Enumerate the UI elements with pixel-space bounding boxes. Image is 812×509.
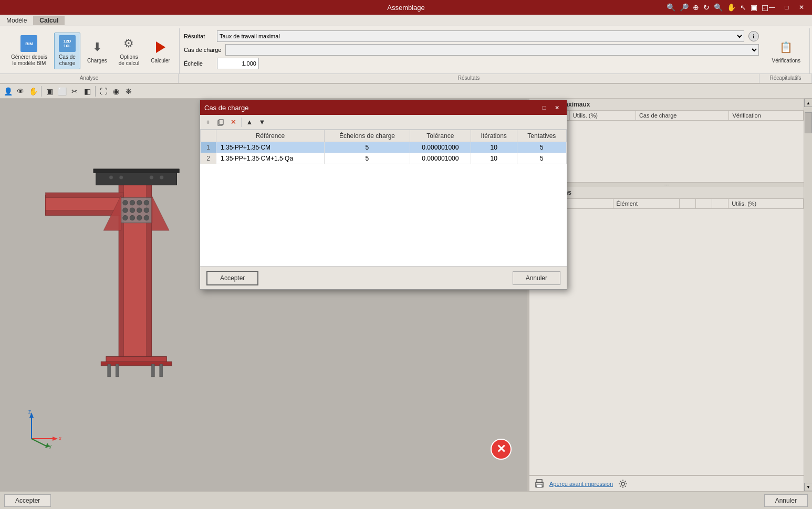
verifications-icon: 📋	[778, 39, 795, 56]
col-iterations: Itérations	[471, 130, 517, 142]
scroll-track[interactable]	[804, 107, 812, 483]
dialog-close-button[interactable]: ✕	[551, 103, 563, 112]
scrollbar[interactable]: ▲ ▼	[804, 99, 812, 491]
layers-icon[interactable]: ◧	[81, 86, 93, 97]
row-echelons: 5	[324, 153, 410, 164]
ribbon-group-labels: Analyse Résultats Récapitulatifs	[0, 73, 812, 83]
box-icon[interactable]: ▣	[44, 86, 55, 97]
verifications-button[interactable]: 📋 Vérifications	[767, 33, 805, 69]
dialog-annuler-button[interactable]: Annuler	[513, 271, 560, 285]
add-button[interactable]: +	[202, 116, 214, 128]
menu-bar: Modèle Calcul	[0, 15, 812, 26]
row-num: 1	[201, 142, 216, 153]
maximize-button[interactable]: □	[780, 2, 793, 13]
menu-modele[interactable]: Modèle	[0, 16, 33, 25]
row-echelons: 5	[324, 142, 410, 153]
dialog-maximize-button[interactable]: □	[538, 103, 550, 112]
svg-point-13	[137, 208, 142, 213]
svg-point-10	[144, 200, 149, 205]
svg-point-14	[144, 208, 149, 213]
row-iterations: 10	[471, 153, 517, 164]
bottom-annuler-button[interactable]: Annuler	[764, 494, 808, 507]
toolbar-icon-9[interactable]: ◰	[760, 3, 770, 12]
toolbar-icon-3[interactable]: ⊕	[691, 3, 701, 12]
svg-rect-44	[537, 484, 542, 487]
toolbar-icon-1[interactable]: 🔍	[665, 3, 677, 12]
col-reference: Référence	[216, 130, 325, 142]
box2-icon[interactable]: ⬜	[56, 86, 68, 97]
cas-charge-select[interactable]	[225, 44, 758, 56]
toolbar-icon-6[interactable]: ✋	[725, 3, 737, 12]
verif-col-utilis: Utilis. (%)	[728, 199, 804, 209]
close-button[interactable]: ✕	[795, 2, 808, 13]
scroll-down-arrow[interactable]: ▼	[804, 483, 812, 491]
toolbar-icon-5[interactable]: 🔍	[712, 3, 724, 12]
svg-point-18	[144, 215, 149, 220]
travaux-header: Travaux maximaux	[529, 99, 804, 111]
svg-rect-31	[151, 364, 154, 377]
error-icon[interactable]: ✕	[491, 439, 512, 460]
toolbar-icon-7[interactable]: ↖	[738, 3, 748, 12]
table-row[interactable]: 1 1.35·PP+1.35·CM 5 0.000001000 10 5	[201, 142, 567, 153]
options-icon: ⚙	[120, 35, 137, 52]
scroll-thumb[interactable]	[805, 112, 812, 133]
svg-point-11	[123, 208, 128, 213]
charges-button[interactable]: ⬇ Charges	[82, 33, 112, 69]
axis-indicator: x z y	[21, 407, 63, 449]
svg-line-39	[32, 439, 47, 447]
resultats-group-label: Résultats	[179, 74, 759, 83]
hand-icon[interactable]: ✋	[27, 86, 39, 97]
group-icon[interactable]: ❋	[123, 86, 134, 97]
resultat-select[interactable]: Taux de travail maximal	[217, 30, 744, 42]
options-button[interactable]: ⚙ Optionsde calcul	[114, 33, 144, 69]
generer-bim-button[interactable]: BIM Générer depuisle modèle BIM	[6, 33, 52, 69]
menu-calcul[interactable]: Calcul	[33, 16, 65, 25]
recapitulatifs-group-label: Récapitulatifs	[759, 74, 812, 83]
eye2-icon[interactable]: ◉	[110, 86, 122, 97]
svg-point-8	[130, 200, 135, 205]
move-down-button[interactable]: ▼	[256, 116, 268, 128]
scissors-icon[interactable]: ✂	[69, 86, 80, 97]
row-tentatives: 5	[517, 153, 566, 164]
cas-charge-button[interactable]: 12D16L Cas decharge	[54, 33, 80, 69]
ribbon-group-recapitulatifs: 📋 Vérifications	[763, 28, 810, 73]
print-icon[interactable]	[534, 478, 545, 490]
verifications-header: Vérifications	[529, 187, 804, 199]
settings-icon[interactable]	[617, 478, 629, 490]
svg-point-16	[130, 215, 135, 220]
resultat-info-button[interactable]: ℹ	[748, 31, 759, 41]
move-up-button[interactable]: ▲	[244, 116, 255, 128]
dialog-accepter-button[interactable]: Accepter	[206, 271, 258, 285]
col-tolerance: Tolérance	[410, 130, 471, 142]
print-preview-label[interactable]: Aperçu avant impression	[549, 481, 613, 487]
row-num: 2	[201, 153, 216, 164]
scroll-up-arrow[interactable]: ▲	[804, 99, 812, 107]
cas-table: Référence Échelons de charge Tolérance I…	[200, 130, 567, 164]
bottom-accepter-button[interactable]: Accepter	[4, 494, 51, 507]
toolbar-icon-2[interactable]: 🔎	[678, 3, 690, 12]
toolbar-icon-8[interactable]: ▣	[749, 3, 759, 12]
svg-point-21	[109, 175, 113, 179]
delete-button[interactable]: ✕	[227, 116, 239, 128]
svg-marker-34	[53, 437, 58, 441]
panel-divider-horizontal[interactable]	[529, 183, 804, 187]
person-icon[interactable]: 👤	[2, 86, 14, 97]
svg-rect-32	[160, 364, 163, 377]
svg-text:z: z	[28, 409, 31, 415]
expand-icon[interactable]: ⛶	[98, 86, 109, 97]
toolbar-icon-4[interactable]: ↻	[702, 3, 711, 12]
copy-button[interactable]	[215, 116, 226, 128]
table-row[interactable]: 2 1.35·PP+1.35·CM+1.5·Qa 5 0.000001000 1…	[201, 153, 567, 164]
echelle-input[interactable]: 1.000	[217, 58, 259, 69]
svg-text:x: x	[59, 436, 61, 441]
calculer-button[interactable]: Calculer	[146, 33, 175, 69]
ribbon: BIM Générer depuisle modèle BIM 12D16L C…	[0, 26, 812, 84]
cas-table-container[interactable]: Référence Échelons de charge Tolérance I…	[200, 130, 567, 266]
print-preview-bar: Aperçu avant impression	[529, 475, 804, 491]
svg-point-15	[123, 215, 128, 220]
eye-icon[interactable]: 👁	[15, 86, 26, 97]
travaux-table: Type Utilis. (%) Cas de charge Vérificat…	[529, 111, 804, 182]
generer-bim-label: Générer depuisle modèle BIM	[11, 54, 47, 67]
travaux-col-verif: Vérification	[729, 111, 804, 121]
charges-label: Charges	[87, 58, 107, 63]
